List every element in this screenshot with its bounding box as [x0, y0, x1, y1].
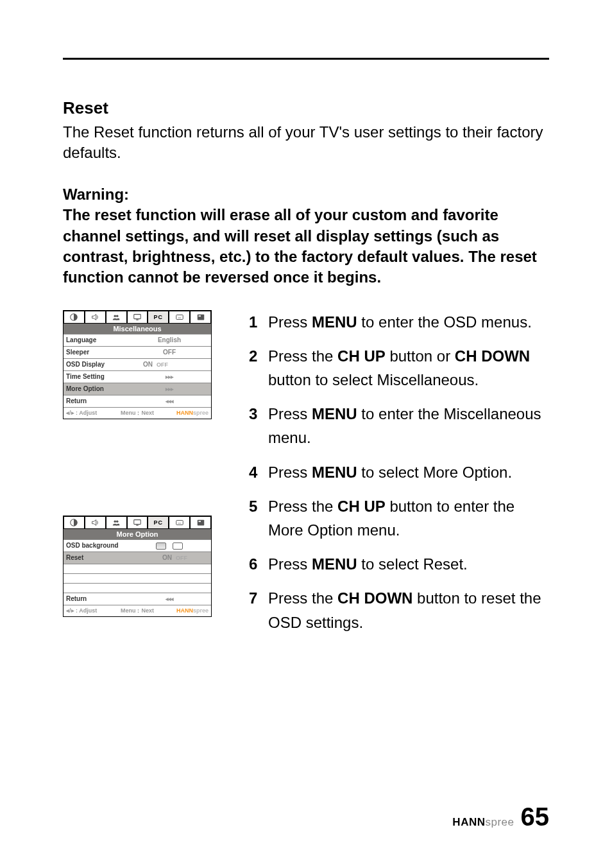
row-language: LanguageEnglish — [64, 334, 211, 346]
t: Press — [268, 555, 312, 573]
sleeper-label: Sleeper — [66, 349, 130, 356]
row-return: Return◂◂◂ — [64, 593, 211, 605]
tab-pc: PC — [148, 311, 169, 324]
row-time-setting: Time Setting▸▸▸ — [64, 370, 211, 383]
tab-tools-icon — [190, 516, 211, 529]
swatch-gradient-icon — [156, 542, 166, 550]
back-arrows-icon: ◂◂◂ — [166, 596, 173, 602]
horizontal-rule — [63, 58, 549, 60]
osd-display-on: ON — [143, 361, 153, 368]
step-3: 3Press MENU to enter the Miscellaneous m… — [249, 402, 549, 449]
t: button or — [386, 347, 455, 365]
svg-rect-4 — [136, 319, 139, 320]
t: MENU — [312, 464, 357, 481]
step-num: 7 — [249, 586, 268, 634]
svg-text:cc: cc — [178, 521, 182, 524]
t: MENU — [312, 405, 357, 422]
t: to select More Option. — [357, 464, 512, 481]
tab-cc-icon: cc — [169, 516, 190, 529]
footer-adjust: ◂/▸ : Adjust — [66, 410, 114, 416]
footer-brand2: spree — [193, 410, 208, 416]
row-sleeper: SleeperOFF — [64, 346, 211, 358]
reset-on: ON — [162, 554, 172, 561]
tab-tools-icon — [190, 311, 211, 324]
svg-rect-3 — [134, 314, 141, 318]
tab-contrast-icon — [64, 516, 85, 529]
blank-row — [64, 564, 211, 573]
osd-tab-row: PC cc — [64, 516, 211, 529]
t: Press the — [268, 589, 337, 607]
steps-list: 1Press MENU to enter the OSD menus. 2Pre… — [249, 310, 549, 634]
t: CH UP — [337, 498, 386, 515]
t: Press — [268, 464, 312, 481]
footer-menu: Menu：Next — [114, 607, 161, 615]
reset-label: Reset — [66, 554, 130, 561]
step-num: 6 — [249, 552, 268, 576]
tab-pc-label: PC — [154, 314, 164, 320]
t: to select Reset. — [357, 555, 468, 573]
svg-point-1 — [114, 315, 117, 317]
osd-background-label: OSD background — [66, 542, 137, 549]
tab-display-icon — [127, 311, 148, 324]
t: button to select Miscellaneous. — [268, 371, 479, 388]
step-num: 1 — [249, 310, 268, 334]
osd1-title: Miscellaneous — [64, 324, 211, 334]
return-label: Return — [66, 595, 130, 602]
step-num: 2 — [249, 344, 268, 392]
t: to enter the OSD menus. — [357, 313, 532, 331]
tab-audio-icon — [85, 516, 106, 529]
step-5: 5Press the CH UP button to enter the Mor… — [249, 494, 549, 542]
tab-pc-label: PC — [154, 519, 164, 526]
footer-brand2: spree — [485, 816, 514, 828]
step-4: 4Press MENU to select More Option. — [249, 460, 549, 484]
t: Press — [268, 405, 312, 422]
osd-miscellaneous: PC cc Miscellaneous LanguageEnglish Slee… — [63, 310, 212, 419]
blank-row — [64, 583, 211, 593]
t: CH DOWN — [337, 589, 412, 607]
return-label: Return — [66, 397, 130, 404]
forward-arrows-icon: ▸▸▸ — [166, 374, 173, 380]
svg-text:cc: cc — [178, 315, 182, 318]
tab-cc-icon: cc — [169, 311, 190, 324]
back-arrows-icon: ◂◂◂ — [166, 398, 173, 404]
step-num: 3 — [249, 402, 268, 449]
row-return: Return◂◂◂ — [64, 395, 211, 407]
step-7: 7Press the CH DOWN button to reset the O… — [249, 586, 549, 634]
row-osd-background: OSD background — [64, 539, 211, 551]
osd1-footer: ◂/▸ : Adjust Menu：Next HANNspree — [64, 407, 211, 419]
intro-text: The Reset function returns all of your T… — [63, 122, 549, 164]
osd-display-label: OSD Display — [66, 361, 130, 368]
osd-more-option: PC cc More Option OSD background ResetON… — [63, 516, 212, 617]
svg-rect-7 — [197, 314, 204, 320]
step-2: 2Press the CH UP button or CH DOWN butto… — [249, 344, 549, 392]
osd2-title: More Option — [64, 529, 211, 539]
warning-block: Warning: The reset function will erase a… — [63, 184, 549, 288]
row-more-option: More Option▸▸▸ — [64, 383, 211, 395]
page-footer: HANNspree 65 — [452, 804, 549, 829]
svg-point-10 — [114, 520, 117, 523]
step-1: 1Press MENU to enter the OSD menus. — [249, 310, 549, 334]
tab-contrast-icon — [64, 311, 85, 324]
more-option-label: More Option — [66, 385, 130, 392]
svg-rect-17 — [198, 521, 201, 522]
footer-brand1: HANN — [176, 410, 193, 416]
svg-rect-12 — [134, 519, 141, 524]
osd-display-off: OFF — [157, 361, 168, 368]
t: Press the — [268, 498, 337, 515]
row-reset: ResetONOFF — [64, 551, 211, 564]
step-num: 4 — [249, 460, 268, 484]
time-setting-label: Time Setting — [66, 373, 130, 380]
tab-users-icon — [106, 516, 127, 529]
footer-brand1: HANN — [176, 607, 193, 614]
page-number: 65 — [521, 804, 550, 829]
t: CH UP — [337, 347, 386, 365]
sleeper-value: OFF — [130, 349, 208, 356]
warning-label: Warning: — [63, 186, 129, 203]
footer-brand1: HANN — [452, 816, 485, 828]
t: MENU — [312, 555, 357, 573]
row-osd-display: OSD DisplayONOFF — [64, 358, 211, 370]
osd-tab-row: PC cc — [64, 311, 211, 324]
svg-rect-8 — [198, 315, 201, 317]
t: CH DOWN — [455, 347, 530, 365]
language-label: Language — [66, 336, 130, 343]
